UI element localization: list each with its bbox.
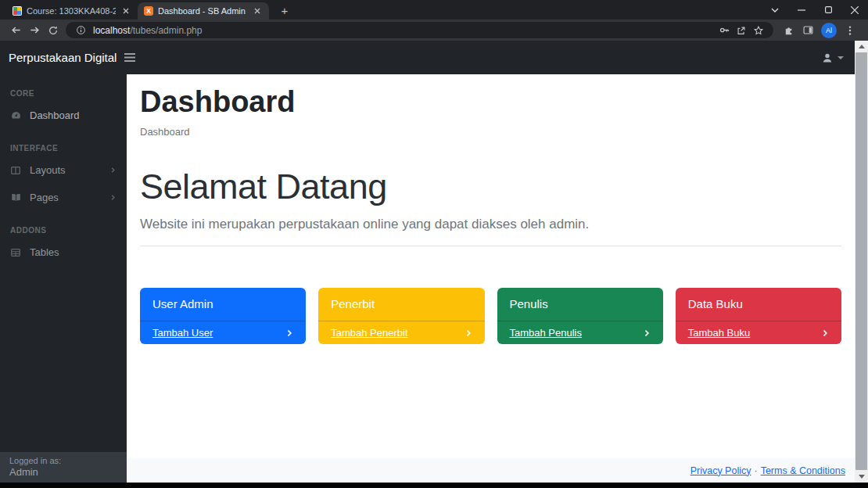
main-content: Dashboard Dashboard Selamat Datang Websi…	[127, 74, 855, 483]
card-title: Data Buku	[676, 288, 841, 321]
card-penerbit: Penerbit Tambah Penerbit	[318, 288, 484, 344]
browser-window: Course: 1303KKA408-2022/2023 X Dashboard…	[0, 0, 868, 488]
cards-row: User Admin Tambah User Penerbit Tambah P…	[140, 288, 841, 344]
privacy-policy-link[interactable]: Privacy Policy	[690, 465, 751, 476]
card-penulis: Penulis Tambah Penulis	[497, 288, 663, 344]
close-icon[interactable]	[841, 0, 868, 20]
card-title: Penerbit	[318, 288, 484, 321]
chevron-down-icon	[838, 56, 844, 59]
card-title: User Admin	[140, 288, 306, 321]
tab-search-chevron-down-icon[interactable]	[762, 0, 788, 20]
columns-icon	[10, 165, 23, 176]
url-host: localhost	[93, 25, 130, 36]
card-footer[interactable]: Tambah Penerbit	[318, 321, 484, 344]
tab-strip: Course: 1303KKA408-2022/2023 X Dashboard…	[0, 0, 868, 20]
page-scrollbar[interactable]	[855, 41, 868, 483]
app-navbar: Perpustakaan Digital	[0, 41, 855, 74]
welcome-subtitle: Website ini merupakan perpustakaan onlin…	[140, 217, 841, 232]
card-link[interactable]: Tambah Penulis	[510, 327, 583, 339]
xampp-favicon-icon: X	[144, 6, 153, 16]
logged-in-label: Logged in as:	[9, 456, 117, 465]
window-bottom-edge	[0, 483, 868, 488]
toolbar-right: Al	[780, 21, 859, 40]
sidebar-item-layouts[interactable]: Layouts	[0, 156, 127, 184]
browser-tab-course[interactable]: Course: 1303KKA408-2022/2023	[6, 2, 138, 20]
scroll-down-icon[interactable]	[855, 471, 868, 483]
terms-link[interactable]: Terms & Conditions	[761, 465, 845, 476]
share-icon[interactable]	[733, 22, 750, 38]
minimize-icon[interactable]	[788, 0, 815, 20]
chevron-right-icon	[109, 167, 117, 174]
chevron-right-icon	[821, 329, 829, 337]
user-menu[interactable]	[821, 52, 844, 64]
reload-icon[interactable]	[44, 21, 63, 40]
sidebar-footer: Logged in as: Admin	[0, 452, 127, 483]
chevron-right-icon	[285, 329, 293, 337]
chevron-right-icon	[643, 329, 651, 337]
sidebar-item-label: Dashboard	[30, 109, 80, 121]
sidebar-item-tables[interactable]: Tables	[0, 239, 127, 266]
card-user-admin: User Admin Tambah User	[140, 288, 306, 344]
key-icon[interactable]	[716, 22, 733, 38]
star-icon[interactable]	[750, 22, 767, 38]
card-footer[interactable]: Tambah Penulis	[497, 321, 663, 344]
browser-tab-dashboard[interactable]: X Dashboard - SB Admin	[138, 2, 269, 20]
person-icon	[821, 52, 834, 64]
sidebar-item-pages[interactable]: Pages	[0, 184, 127, 211]
chevron-right-icon	[464, 329, 472, 337]
tab-close-icon[interactable]	[252, 5, 263, 16]
side-panel-icon[interactable]	[798, 21, 817, 40]
chevron-right-icon	[109, 194, 117, 201]
address-bar[interactable]: localhost/tubes/admin.php	[66, 22, 773, 38]
brand[interactable]: Perpustakaan Digital	[0, 51, 118, 64]
tab-title: Course: 1303KKA408-2022/2023	[27, 6, 116, 16]
info-icon[interactable]	[72, 22, 89, 38]
tab-title: Dashboard - SB Admin	[158, 6, 247, 16]
table-icon	[10, 247, 23, 258]
sidebar-item-label: Tables	[30, 246, 59, 258]
sidebar-heading-interface: INTERFACE	[0, 129, 127, 156]
sidebar-heading-addons: ADDONS	[0, 211, 127, 239]
hamburger-icon[interactable]	[118, 46, 142, 70]
web-page: Perpustakaan Digital CORE Dashboard INTE…	[0, 41, 855, 483]
sidebar-item-label: Pages	[30, 192, 59, 203]
footer-separator: ·	[754, 465, 757, 476]
course-favicon-icon	[13, 6, 22, 16]
maximize-icon[interactable]	[815, 0, 841, 20]
card-link[interactable]: Tambah Penerbit	[331, 327, 407, 339]
page-title: Dashboard	[140, 85, 841, 119]
menu-kebab-icon[interactable]	[841, 21, 859, 40]
scroll-up-icon[interactable]	[855, 41, 868, 52]
welcome-title: Selamat Datang	[140, 167, 841, 207]
profile-avatar[interactable]: Al	[821, 23, 837, 38]
logged-in-user: Admin	[9, 466, 117, 478]
sidebar-heading-core: CORE	[0, 74, 127, 102]
forward-icon[interactable]	[25, 21, 44, 40]
page-footer: Privacy Policy · Terms & Conditions	[127, 458, 855, 483]
scrollbar-thumb[interactable]	[855, 52, 867, 470]
breadcrumb: Dashboard	[140, 126, 841, 138]
extensions-icon[interactable]	[780, 21, 798, 40]
card-link[interactable]: Tambah Buku	[688, 327, 751, 339]
sidebar-item-dashboard[interactable]: Dashboard	[0, 102, 127, 129]
card-title: Penulis	[497, 288, 663, 321]
sidebar: CORE Dashboard INTERFACE Layouts Pages	[0, 74, 127, 483]
card-footer[interactable]: Tambah Buku	[676, 321, 841, 344]
divider	[140, 246, 841, 246]
url-path: /tubes/admin.php	[130, 25, 202, 36]
back-icon[interactable]	[6, 21, 25, 40]
book-open-icon	[10, 192, 23, 203]
card-link[interactable]: Tambah User	[152, 327, 213, 339]
card-footer[interactable]: Tambah User	[140, 321, 306, 344]
sidebar-item-label: Layouts	[30, 164, 66, 176]
browser-toolbar: localhost/tubes/admin.php Al	[0, 20, 868, 41]
new-tab-button[interactable]: +	[275, 1, 294, 20]
window-controls	[762, 0, 868, 20]
card-data-buku: Data Buku Tambah Buku	[676, 288, 841, 344]
tachometer-icon	[10, 109, 23, 121]
tab-close-icon[interactable]	[120, 5, 131, 16]
